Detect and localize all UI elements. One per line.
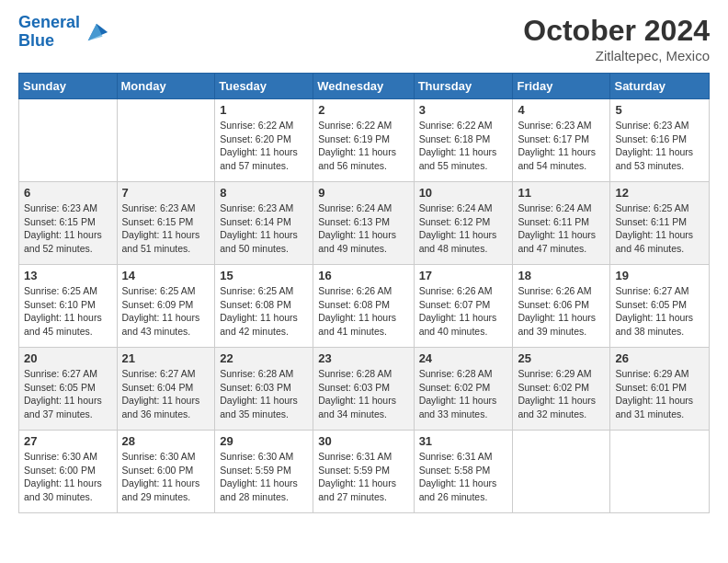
calendar-cell: 8Sunrise: 6:23 AM Sunset: 6:14 PM Daylig… bbox=[215, 182, 313, 265]
calendar-cell: 2Sunrise: 6:22 AM Sunset: 6:19 PM Daylig… bbox=[313, 99, 414, 182]
day-info: Sunrise: 6:27 AM Sunset: 6:05 PM Dayligh… bbox=[615, 284, 704, 339]
calendar-week-row: 27Sunrise: 6:30 AM Sunset: 6:00 PM Dayli… bbox=[19, 431, 710, 513]
day-number: 3 bbox=[419, 103, 508, 117]
day-info: Sunrise: 6:24 AM Sunset: 6:12 PM Dayligh… bbox=[419, 201, 508, 256]
calendar-week-row: 1Sunrise: 6:22 AM Sunset: 6:20 PM Daylig… bbox=[19, 99, 710, 182]
logo-text: General Blue bbox=[18, 14, 80, 51]
day-info: Sunrise: 6:25 AM Sunset: 6:11 PM Dayligh… bbox=[615, 201, 704, 256]
day-info: Sunrise: 6:25 AM Sunset: 6:09 PM Dayligh… bbox=[122, 284, 210, 339]
weekday-header-row: SundayMondayTuesdayWednesdayThursdayFrid… bbox=[19, 74, 710, 99]
day-number: 15 bbox=[220, 269, 308, 282]
day-number: 7 bbox=[122, 186, 210, 200]
day-info: Sunrise: 6:31 AM Sunset: 5:58 PM Dayligh… bbox=[419, 450, 508, 504]
calendar-cell: 11Sunrise: 6:24 AM Sunset: 6:11 PM Dayli… bbox=[513, 182, 610, 265]
calendar-cell: 6Sunrise: 6:23 AM Sunset: 6:15 PM Daylig… bbox=[19, 182, 118, 265]
calendar-cell: 16Sunrise: 6:26 AM Sunset: 6:08 PM Dayli… bbox=[313, 265, 414, 348]
day-info: Sunrise: 6:26 AM Sunset: 6:07 PM Dayligh… bbox=[419, 284, 508, 339]
weekday-header: Tuesday bbox=[215, 74, 313, 99]
day-number: 1 bbox=[220, 103, 308, 117]
day-number: 11 bbox=[518, 186, 605, 200]
calendar-cell bbox=[610, 431, 710, 513]
day-info: Sunrise: 6:28 AM Sunset: 6:03 PM Dayligh… bbox=[318, 367, 408, 421]
day-number: 18 bbox=[518, 269, 605, 282]
day-number: 14 bbox=[122, 269, 210, 282]
calendar-cell: 5Sunrise: 6:23 AM Sunset: 6:16 PM Daylig… bbox=[610, 99, 710, 182]
day-info: Sunrise: 6:27 AM Sunset: 6:05 PM Dayligh… bbox=[24, 367, 112, 421]
calendar-cell: 20Sunrise: 6:27 AM Sunset: 6:05 PM Dayli… bbox=[19, 348, 118, 431]
day-number: 4 bbox=[518, 103, 605, 117]
logo-icon bbox=[84, 19, 109, 45]
day-info: Sunrise: 6:23 AM Sunset: 6:14 PM Dayligh… bbox=[220, 201, 308, 256]
day-info: Sunrise: 6:23 AM Sunset: 6:15 PM Dayligh… bbox=[24, 201, 112, 256]
day-info: Sunrise: 6:31 AM Sunset: 5:59 PM Dayligh… bbox=[318, 450, 408, 504]
day-info: Sunrise: 6:25 AM Sunset: 6:08 PM Dayligh… bbox=[220, 284, 308, 339]
calendar-cell: 12Sunrise: 6:25 AM Sunset: 6:11 PM Dayli… bbox=[610, 182, 710, 265]
location: Zitlaltepec, Mexico bbox=[523, 48, 710, 63]
calendar-cell: 23Sunrise: 6:28 AM Sunset: 6:03 PM Dayli… bbox=[313, 348, 414, 431]
day-number: 10 bbox=[419, 186, 508, 200]
calendar-cell: 28Sunrise: 6:30 AM Sunset: 6:00 PM Dayli… bbox=[117, 431, 215, 513]
calendar-cell: 31Sunrise: 6:31 AM Sunset: 5:58 PM Dayli… bbox=[414, 431, 513, 513]
weekday-header: Wednesday bbox=[313, 74, 414, 99]
day-info: Sunrise: 6:27 AM Sunset: 6:04 PM Dayligh… bbox=[122, 367, 210, 421]
weekday-header: Monday bbox=[117, 74, 215, 99]
calendar-cell: 1Sunrise: 6:22 AM Sunset: 6:20 PM Daylig… bbox=[215, 99, 313, 182]
calendar-week-row: 20Sunrise: 6:27 AM Sunset: 6:05 PM Dayli… bbox=[19, 348, 710, 431]
day-info: Sunrise: 6:24 AM Sunset: 6:11 PM Dayligh… bbox=[518, 201, 605, 256]
day-info: Sunrise: 6:24 AM Sunset: 6:13 PM Dayligh… bbox=[318, 201, 408, 256]
day-number: 26 bbox=[615, 351, 704, 365]
calendar-cell: 14Sunrise: 6:25 AM Sunset: 6:09 PM Dayli… bbox=[117, 265, 215, 348]
day-info: Sunrise: 6:28 AM Sunset: 6:02 PM Dayligh… bbox=[419, 367, 508, 421]
day-info: Sunrise: 6:29 AM Sunset: 6:02 PM Dayligh… bbox=[518, 367, 605, 421]
day-number: 12 bbox=[615, 186, 704, 200]
day-info: Sunrise: 6:26 AM Sunset: 6:08 PM Dayligh… bbox=[318, 284, 408, 339]
day-info: Sunrise: 6:30 AM Sunset: 6:00 PM Dayligh… bbox=[122, 450, 210, 504]
calendar-cell: 29Sunrise: 6:30 AM Sunset: 5:59 PM Dayli… bbox=[215, 431, 313, 513]
day-number: 23 bbox=[318, 351, 408, 365]
day-number: 27 bbox=[24, 434, 112, 448]
calendar-cell bbox=[513, 431, 610, 513]
day-number: 19 bbox=[615, 269, 704, 282]
calendar-cell: 17Sunrise: 6:26 AM Sunset: 6:07 PM Dayli… bbox=[414, 265, 513, 348]
header: General Blue October 2024 Zitlaltepec, M… bbox=[18, 14, 710, 63]
day-number: 5 bbox=[615, 103, 704, 117]
day-info: Sunrise: 6:23 AM Sunset: 6:16 PM Dayligh… bbox=[615, 119, 704, 173]
calendar-week-row: 13Sunrise: 6:25 AM Sunset: 6:10 PM Dayli… bbox=[19, 265, 710, 348]
day-number: 30 bbox=[318, 434, 408, 448]
day-number: 6 bbox=[24, 186, 112, 200]
weekday-header: Thursday bbox=[414, 74, 513, 99]
calendar-cell: 9Sunrise: 6:24 AM Sunset: 6:13 PM Daylig… bbox=[313, 182, 414, 265]
day-info: Sunrise: 6:30 AM Sunset: 6:00 PM Dayligh… bbox=[24, 450, 112, 504]
day-info: Sunrise: 6:22 AM Sunset: 6:20 PM Dayligh… bbox=[220, 119, 308, 173]
calendar-cell: 15Sunrise: 6:25 AM Sunset: 6:08 PM Dayli… bbox=[215, 265, 313, 348]
calendar-cell: 27Sunrise: 6:30 AM Sunset: 6:00 PM Dayli… bbox=[19, 431, 118, 513]
weekday-header: Sunday bbox=[19, 74, 118, 99]
day-info: Sunrise: 6:25 AM Sunset: 6:10 PM Dayligh… bbox=[24, 284, 112, 339]
day-number: 9 bbox=[318, 186, 408, 200]
calendar-cell: 21Sunrise: 6:27 AM Sunset: 6:04 PM Dayli… bbox=[117, 348, 215, 431]
svg-marker-1 bbox=[88, 23, 103, 40]
day-number: 16 bbox=[318, 269, 408, 282]
calendar-cell: 24Sunrise: 6:28 AM Sunset: 6:02 PM Dayli… bbox=[414, 348, 513, 431]
day-info: Sunrise: 6:29 AM Sunset: 6:01 PM Dayligh… bbox=[615, 367, 704, 421]
day-number: 13 bbox=[24, 269, 112, 282]
calendar-cell: 18Sunrise: 6:26 AM Sunset: 6:06 PM Dayli… bbox=[513, 265, 610, 348]
day-info: Sunrise: 6:30 AM Sunset: 5:59 PM Dayligh… bbox=[220, 450, 308, 504]
day-number: 28 bbox=[122, 434, 210, 448]
calendar-cell: 25Sunrise: 6:29 AM Sunset: 6:02 PM Dayli… bbox=[513, 348, 610, 431]
day-number: 31 bbox=[419, 434, 508, 448]
calendar-cell: 26Sunrise: 6:29 AM Sunset: 6:01 PM Dayli… bbox=[610, 348, 710, 431]
calendar-cell: 30Sunrise: 6:31 AM Sunset: 5:59 PM Dayli… bbox=[313, 431, 414, 513]
day-info: Sunrise: 6:23 AM Sunset: 6:15 PM Dayligh… bbox=[122, 201, 210, 256]
logo-general: General bbox=[18, 13, 80, 31]
weekday-header: Friday bbox=[513, 74, 610, 99]
day-number: 17 bbox=[419, 269, 508, 282]
day-number: 21 bbox=[122, 351, 210, 365]
logo-blue: Blue bbox=[18, 31, 54, 50]
calendar-cell bbox=[19, 99, 118, 182]
calendar-cell: 19Sunrise: 6:27 AM Sunset: 6:05 PM Dayli… bbox=[610, 265, 710, 348]
day-number: 20 bbox=[24, 351, 112, 365]
calendar-cell: 3Sunrise: 6:22 AM Sunset: 6:18 PM Daylig… bbox=[414, 99, 513, 182]
day-number: 22 bbox=[220, 351, 308, 365]
day-number: 8 bbox=[220, 186, 308, 200]
